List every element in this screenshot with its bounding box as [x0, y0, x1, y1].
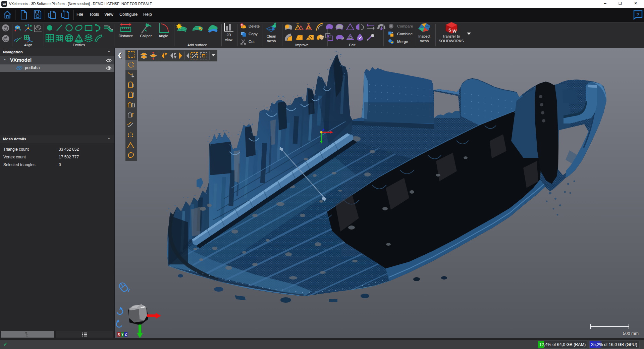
svg-text:W: W — [452, 29, 457, 34]
svg-text:S: S — [448, 28, 451, 33]
svg-text:?: ? — [636, 11, 639, 17]
svg-text:500 mm: 500 mm — [623, 331, 639, 336]
svg-text:?: ? — [127, 288, 130, 293]
